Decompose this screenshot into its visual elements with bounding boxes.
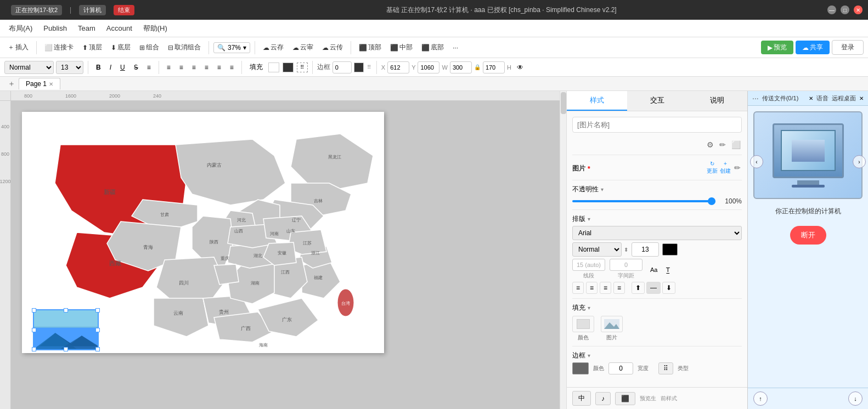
panel-font-style-select[interactable]: Normal [572,242,622,257]
strikethrough-btn[interactable]: S̶ [131,62,142,73]
computer-btn[interactable]: 计算机 [79,5,106,15]
border-color-swatch[interactable] [572,362,589,374]
para-bottom-btn[interactable]: ⬇ [662,282,675,294]
resize-br[interactable] [95,347,100,351]
page-add-left-btn[interactable]: ＋ [4,78,19,90]
close-btn[interactable]: ✕ [854,5,863,14]
text-case-btn[interactable]: Aa [647,265,661,275]
text-align-right-btn[interactable]: ≡ [600,282,611,294]
crop-icon-btn[interactable]: ⬜ [730,139,742,150]
ungroup-btn[interactable]: ⊟ 取消组合 [165,41,204,54]
align-extra1-btn[interactable]: ≡ [214,62,224,73]
align-justify-btn[interactable]: ≡ [201,62,212,73]
cloud3-btn[interactable]: ☁ 云传 [319,41,346,54]
edit-icon-btn[interactable]: ✏ [718,139,727,150]
list-btn[interactable]: ≡ [144,62,154,73]
tab-description[interactable]: 说明 [687,91,747,111]
text-align-left-btn[interactable]: ≡ [572,282,584,294]
border-style-btn[interactable]: ⠿ [658,362,673,374]
bold-btn[interactable]: B [93,62,104,73]
menu-help[interactable]: 帮助(H) [139,21,172,36]
remote-panel-close-btn[interactable]: ✕ [859,95,864,101]
text-style-btn[interactable]: T̲ [663,265,673,275]
top2-btn[interactable]: ⬛ 顶部 [356,41,385,54]
fill-dark-swatch[interactable] [283,63,294,72]
page1-tab[interactable]: Page 1 ✕ [19,78,60,89]
para-mid-btn[interactable]: — [646,282,661,294]
align-right-btn[interactable]: ≡ [189,62,199,73]
line-height-input[interactable] [572,259,605,271]
send-files-close-btn[interactable]: ✕ [809,95,813,101]
remote-bottom-up-btn[interactable]: ↑ [753,391,768,406]
resize-bl[interactable] [32,347,36,351]
more-btn[interactable]: ··· [449,42,461,53]
remote-nav-right-btn[interactable]: › [853,155,866,168]
opacity-slider[interactable] [572,200,715,202]
vertical-scrollbar[interactable] [560,91,566,409]
menu-team[interactable]: Team [74,22,100,35]
fill-btn[interactable]: 填充 [246,61,266,73]
panel-font-size-input[interactable] [632,242,659,257]
resize-tl[interactable] [32,308,36,313]
edit-style-btn[interactable]: ♪ [595,392,611,405]
resize-tr[interactable] [95,308,100,313]
visibility-btn[interactable]: 👁 [514,62,527,73]
font-size-select[interactable]: 13 [56,61,83,74]
preview-style-btn[interactable]: 中 [572,391,591,406]
group-btn[interactable]: ⊞ 组合 [136,41,162,54]
remote-bottom-down-btn[interactable]: ↓ [848,391,863,406]
edit-image-btn[interactable]: ✏ [733,162,742,173]
copy-style-btn[interactable]: ⬛ [615,392,635,405]
underline-btn[interactable]: U [117,62,128,73]
resize-mr[interactable] [95,328,100,332]
preview-btn[interactable]: ▶ 预览 [761,41,793,54]
menu-layout[interactable]: 布局(A) [4,21,37,36]
image-name-input[interactable] [572,117,742,133]
border-width-input[interactable] [332,61,352,73]
bottom-layer-btn[interactable]: ⬇ 底层 [108,41,134,54]
menu-account[interactable]: Account [102,22,137,35]
remote-nav-left-btn[interactable]: ‹ [750,155,763,168]
update-image-btn[interactable]: ↻ 更新 [707,161,718,175]
cloud1-btn[interactable]: ☁ 云存 [260,41,287,54]
share-btn[interactable]: ☁ 共享 [796,41,830,54]
char-spacing-input[interactable] [610,259,642,271]
page-tab-close-icon[interactable]: ✕ [49,81,53,87]
align-center-btn[interactable]: ≡ [176,62,187,73]
slide-canvas[interactable]: 新疆 西藏 内蒙古 黑龙江 吉林 辽宁 河北 山西 陕西 河南 甘肃 青海 四川… [22,112,384,353]
resize-ml[interactable] [32,328,36,332]
fill-color-item[interactable]: 颜色 [572,316,594,342]
h-coord-input[interactable] [483,61,505,73]
middle-btn[interactable]: ⬛ 中部 [387,41,416,54]
fill-color-swatch[interactable] [268,63,279,72]
resize-tm[interactable] [64,308,68,313]
menu-publish[interactable]: Publish [39,22,71,35]
connect-btn[interactable]: ⬜ 连接卡 [41,41,77,54]
top-layer-btn[interactable]: ⬆ 顶层 [79,41,105,54]
text-align-justify-btn[interactable]: ≡ [613,282,625,294]
control-label-btn[interactable]: 正在控制17-软2 [11,5,62,15]
canvas-area[interactable]: 新疆 西藏 内蒙古 黑龙江 吉林 辽宁 河北 山西 陕西 河南 甘肃 青海 四川… [11,101,560,409]
tab-style[interactable]: 样式 [567,91,627,111]
w-coord-input[interactable] [450,61,472,73]
x-coord-input[interactable] [387,61,409,73]
italic-btn[interactable]: I [106,62,115,73]
create-image-btn[interactable]: + 创建 [720,161,731,175]
text-align-center-btn[interactable]: ≡ [586,282,598,294]
y-coord-input[interactable] [418,61,439,73]
maximize-btn[interactable]: □ [841,5,849,14]
cloud2-btn[interactable]: ☁ 云审 [289,41,317,54]
fill-pattern-btn[interactable]: ⠿ [297,63,308,72]
remote-more-btn[interactable]: ··· [752,94,759,103]
end-btn[interactable]: 结束 [114,5,134,15]
resize-bm[interactable] [64,347,68,351]
border-color-swatch[interactable] [354,63,364,72]
border-width-input-panel[interactable] [608,362,633,374]
fill-image-item[interactable]: 图片 [601,316,623,342]
add-btn[interactable]: ＋ 插入 [4,41,32,54]
disconnect-btn[interactable]: 断开 [790,226,826,245]
align-extra2-btn[interactable]: ≡ [227,62,237,73]
image-element[interactable] [33,309,99,350]
align-left-btn[interactable]: ≡ [164,62,174,73]
minimize-btn[interactable]: — [827,5,836,14]
